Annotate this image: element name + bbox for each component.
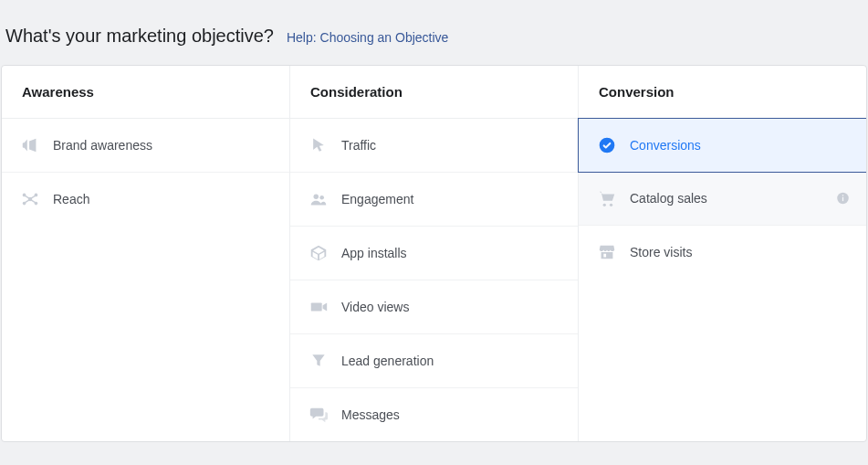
- store-icon: [597, 242, 617, 262]
- check-circle-icon: [597, 135, 617, 155]
- cart-icon: [597, 188, 617, 208]
- objective-label: Engagement: [341, 192, 413, 206]
- svg-point-6: [319, 196, 324, 200]
- box-icon: [309, 243, 329, 263]
- column-header-conversion: Conversion: [579, 66, 866, 119]
- objective-label: Reach: [53, 192, 89, 206]
- objective-label: App installs: [341, 246, 407, 260]
- objective-label: Store visits: [630, 245, 692, 259]
- messages-icon: [309, 405, 329, 425]
- objective-label: Video views: [341, 300, 409, 314]
- svg-point-10: [610, 204, 612, 206]
- svg-point-9: [603, 204, 606, 206]
- objective-messages[interactable]: Messages: [290, 388, 578, 441]
- people-icon: [309, 189, 329, 209]
- cursor-icon: [309, 135, 329, 155]
- objective-brand-awareness[interactable]: Brand awareness: [2, 119, 289, 173]
- column-consideration: Consideration Traffic Engagement: [290, 66, 579, 441]
- svg-rect-13: [842, 195, 843, 196]
- objective-app-installs[interactable]: App installs: [290, 227, 578, 280]
- reach-icon: [20, 189, 40, 209]
- objective-traffic[interactable]: Traffic: [290, 119, 578, 173]
- megaphone-icon: [20, 135, 40, 155]
- funnel-icon: [309, 351, 329, 371]
- header: What's your marketing objective? Help: C…: [0, 0, 868, 65]
- objective-reach[interactable]: Reach: [2, 173, 289, 226]
- objective-store-visits[interactable]: Store visits: [579, 226, 866, 279]
- objective-panel: Awareness Brand awareness Reach Consider…: [1, 65, 867, 442]
- column-awareness: Awareness Brand awareness Reach: [2, 66, 290, 441]
- objective-catalog-sales[interactable]: Catalog sales: [579, 172, 866, 226]
- svg-rect-7: [311, 302, 322, 311]
- page-title: What's your marketing objective?: [5, 26, 274, 47]
- objective-label: Traffic: [341, 138, 376, 153]
- objective-lead-generation[interactable]: Lead generation: [290, 334, 578, 388]
- objective-label: Catalog sales: [630, 191, 707, 206]
- info-icon[interactable]: [836, 192, 850, 206]
- objective-engagement[interactable]: Engagement: [290, 173, 578, 227]
- objective-label: Brand awareness: [53, 138, 152, 153]
- column-conversion: Conversion Conversions Catalog sales: [579, 66, 866, 441]
- objective-video-views[interactable]: Video views: [290, 280, 578, 334]
- objective-label: Conversions: [630, 138, 701, 153]
- svg-point-5: [314, 195, 319, 200]
- help-link[interactable]: Help: Choosing an Objective: [287, 30, 448, 45]
- objective-label: Messages: [341, 407, 400, 422]
- column-header-consideration: Consideration: [290, 66, 578, 119]
- video-icon: [309, 297, 329, 317]
- objective-label: Lead generation: [341, 354, 434, 368]
- svg-rect-12: [842, 197, 843, 201]
- objective-conversions[interactable]: Conversions: [578, 118, 867, 173]
- column-header-awareness: Awareness: [2, 66, 289, 119]
